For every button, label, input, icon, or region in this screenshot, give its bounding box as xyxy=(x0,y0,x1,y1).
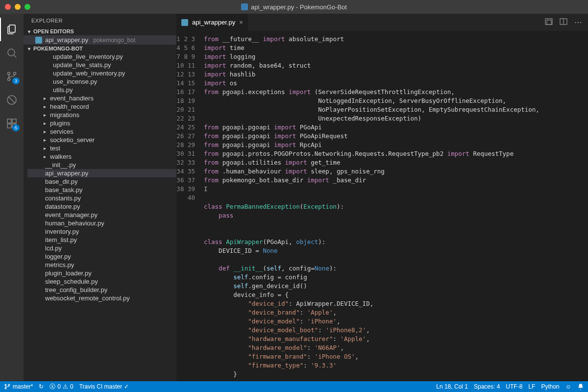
language-status[interactable]: Python xyxy=(541,383,559,390)
more-actions-icon[interactable]: ⋯ xyxy=(574,18,582,27)
file-name: use_incense.py xyxy=(53,78,97,85)
editor-actions: ⋯ xyxy=(545,18,588,27)
file-name: base_task.py xyxy=(45,186,83,194)
file-item[interactable]: __init__.py xyxy=(27,161,176,169)
folder-item[interactable]: ▸plugins xyxy=(27,119,176,127)
eol-status[interactable]: LF xyxy=(528,383,535,390)
folder-item[interactable]: ▸services xyxy=(27,127,176,136)
file-item[interactable]: sleep_schedule.py xyxy=(27,277,176,286)
file-item[interactable]: use_incense.py xyxy=(27,77,176,86)
file-item[interactable]: base_task.py xyxy=(27,186,176,194)
file-item[interactable]: logger.py xyxy=(27,252,176,261)
file-item[interactable]: constants.py xyxy=(27,194,176,202)
sync-status[interactable]: ↻ xyxy=(39,383,44,390)
python-file-icon xyxy=(181,19,188,26)
file-item[interactable]: metrics.py xyxy=(27,261,176,269)
explorer-activity[interactable] xyxy=(0,18,24,41)
feedback-status[interactable]: ☺ xyxy=(565,383,571,390)
warning-icon: ⚠ xyxy=(63,383,68,390)
tab-label: api_wrapper.py xyxy=(192,19,235,26)
encoding-status[interactable]: UTF-8 xyxy=(506,383,522,390)
open-editors-label: OPEN EDITORS xyxy=(33,28,74,34)
file-name: update_live_inventory.py xyxy=(53,53,123,60)
minimize-window-button[interactable] xyxy=(15,4,21,10)
split-right-icon[interactable] xyxy=(560,18,567,27)
file-name: lcd.py xyxy=(45,245,62,252)
svg-point-15 xyxy=(8,384,10,386)
chevron-right-icon: ▸ xyxy=(41,96,48,101)
tab-api-wrapper[interactable]: api_wrapper.py × xyxy=(176,14,248,31)
split-editor-icon[interactable] xyxy=(545,18,553,27)
file-item[interactable]: base_dir.py xyxy=(27,177,176,186)
sidebar-title: EXPLORER xyxy=(24,14,176,27)
file-name: human_behaviour.py xyxy=(45,220,104,227)
file-item[interactable]: inventory.py xyxy=(27,227,176,236)
file-name: datastore.py xyxy=(45,203,80,210)
open-editors-header[interactable]: ▾ OPEN EDITORS xyxy=(24,27,176,35)
file-item[interactable]: api_wrapper.py xyxy=(27,169,176,177)
chevron-right-icon: ▸ xyxy=(41,137,48,143)
svg-rect-9 xyxy=(12,119,16,123)
file-name: item_list.py xyxy=(45,236,77,244)
chevron-right-icon: ▸ xyxy=(41,112,48,118)
travis-status[interactable]: Travis CI master ✓ xyxy=(79,383,129,390)
file-name: sleep_schedule.py xyxy=(45,278,98,285)
problems-status[interactable]: ⓧ 0 ⚠ 0 xyxy=(49,383,73,391)
files-icon xyxy=(6,24,18,35)
warning-count: 0 xyxy=(70,383,74,390)
file-tree[interactable]: update_live_inventory.pyupdate_live_stat… xyxy=(24,52,176,381)
file-item[interactable]: tree_config_builder.py xyxy=(27,286,176,294)
close-window-button[interactable] xyxy=(5,4,11,10)
branch-name: master* xyxy=(13,383,33,390)
error-icon: ⓧ xyxy=(49,383,55,391)
file-name: update_web_inventory.py xyxy=(53,70,125,77)
sync-icon: ↻ xyxy=(39,383,44,390)
open-editor-filename: api_wrapper.py xyxy=(45,36,88,44)
titlebar: api_wrapper.py - PokemonGo-Bot xyxy=(0,0,588,14)
git-branch-status[interactable]: master* xyxy=(4,383,33,390)
file-item[interactable]: lcd.py xyxy=(27,244,176,252)
bell-icon xyxy=(577,383,584,390)
cursor-position-status[interactable]: Ln 18, Col 1 xyxy=(436,383,468,390)
file-item[interactable]: plugin_loader.py xyxy=(27,269,176,277)
zoom-window-button[interactable] xyxy=(24,4,30,10)
file-name: metrics.py xyxy=(45,261,74,269)
project-header[interactable]: ▾ POKEMONGO-BOT xyxy=(24,45,176,52)
indentation-status[interactable]: Spaces: 4 xyxy=(474,383,500,390)
svg-point-2 xyxy=(8,73,10,75)
extensions-activity[interactable]: 5 xyxy=(0,112,24,135)
file-item[interactable]: websocket_remote_control.py xyxy=(27,294,176,302)
notifications-status[interactable] xyxy=(577,383,584,390)
extensions-badge: 5 xyxy=(12,124,20,131)
file-item[interactable]: utils.py xyxy=(27,86,176,94)
explorer-sidebar: EXPLORER ▾ OPEN EDITORS api_wrapper.py p… xyxy=(24,14,176,381)
error-count: 0 xyxy=(57,383,61,390)
search-activity[interactable] xyxy=(0,41,24,65)
file-item[interactable]: update_live_inventory.py xyxy=(27,52,176,61)
scm-activity[interactable]: 3 xyxy=(0,65,24,88)
folder-item[interactable]: ▸health_record xyxy=(27,102,176,111)
python-file-icon xyxy=(35,37,42,44)
file-name: websocket_remote_control.py xyxy=(45,294,130,302)
open-editor-item[interactable]: api_wrapper.py pokemongo_bot xyxy=(24,35,176,45)
file-name: plugins xyxy=(50,120,70,127)
folder-item[interactable]: ▸test xyxy=(27,144,176,152)
svg-point-1 xyxy=(8,49,15,56)
folder-item[interactable]: ▸socketio_server xyxy=(27,136,176,144)
svg-rect-0 xyxy=(9,25,15,32)
file-item[interactable]: update_live_stats.py xyxy=(27,61,176,69)
file-item[interactable]: item_list.py xyxy=(27,236,176,244)
folder-item[interactable]: ▸event_handlers xyxy=(27,94,176,102)
folder-item[interactable]: ▸migrations xyxy=(27,111,176,119)
editor-body[interactable]: 1 2 3 4 5 6 7 8 9 10 11 12 13 14 15 16 1… xyxy=(176,31,588,381)
debug-activity[interactable] xyxy=(0,88,24,112)
close-tab-icon[interactable]: × xyxy=(239,19,243,26)
file-item[interactable]: human_behaviour.py xyxy=(27,219,176,227)
file-item[interactable]: update_web_inventory.py xyxy=(27,69,176,77)
code-content[interactable]: from __future__ import absolute_import i… xyxy=(204,31,588,381)
file-item[interactable]: datastore.py xyxy=(27,202,176,211)
folder-item[interactable]: ▸walkers xyxy=(27,152,176,161)
file-item[interactable]: event_manager.py xyxy=(27,211,176,219)
file-name: test xyxy=(50,145,60,152)
svg-rect-11 xyxy=(547,20,551,24)
